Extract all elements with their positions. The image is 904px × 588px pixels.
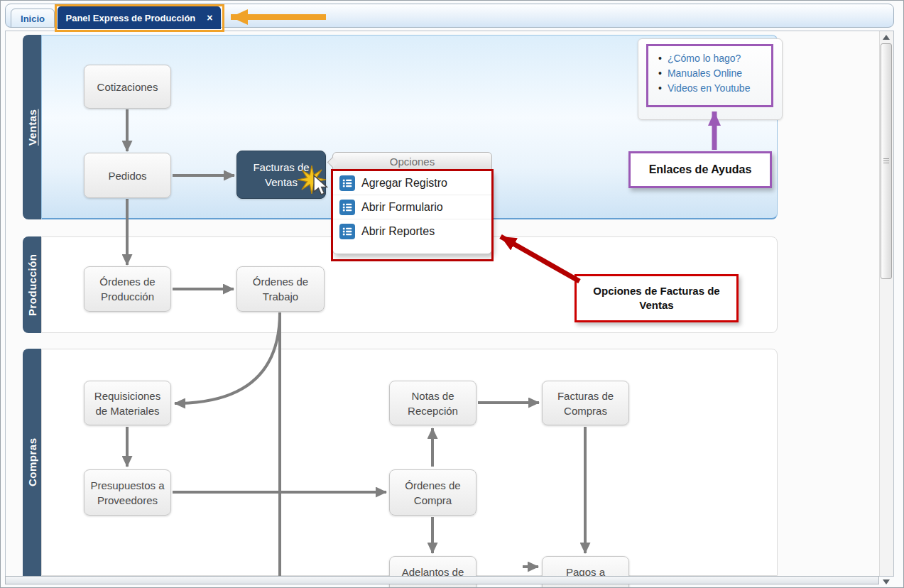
help-link-como-lo-hago: • ¿Cómo lo hago? xyxy=(658,51,782,66)
window-bottom-bar xyxy=(5,576,879,584)
options-popup-menu: Agregar Registro Abrir Formulario Abrir … xyxy=(332,171,492,254)
bullet-icon: • xyxy=(658,66,662,81)
node-facturas-de-compras[interactable]: Facturas de Compras xyxy=(542,381,629,425)
close-tab-icon[interactable]: × xyxy=(207,12,212,23)
help-links-panel: • ¿Cómo lo hago? • Manuales Online • Vid… xyxy=(638,38,783,120)
options-popup-title: Opciones xyxy=(332,152,492,171)
menu-item-abrir-formulario[interactable]: Abrir Formulario xyxy=(333,195,491,219)
section-bar-produccion: Producción xyxy=(23,236,41,333)
help-link-videos-youtube: • Videos en Youtube xyxy=(658,81,782,96)
node-ordenes-de-compra[interactable]: Órdenes de Compra xyxy=(389,469,476,516)
help-link[interactable]: Videos en Youtube xyxy=(668,81,751,96)
scroll-down-button[interactable] xyxy=(881,577,892,587)
tab-panel-express[interactable]: Panel Express de Producción × xyxy=(58,6,221,29)
menu-item-abrir-reportes[interactable]: Abrir Reportes xyxy=(333,219,491,244)
bullet-icon: • xyxy=(658,81,662,96)
section-label-compras[interactable]: Compras xyxy=(23,349,41,576)
node-ordenes-de-produccion[interactable]: Órdenes de Producción xyxy=(84,266,171,312)
tab-label: Panel Express de Producción xyxy=(66,13,196,23)
node-ordenes-de-trabajo[interactable]: Órdenes de Trabajo xyxy=(236,266,325,312)
scroll-up-button[interactable] xyxy=(881,33,892,42)
help-link[interactable]: Manuales Online xyxy=(668,66,742,81)
menu-item-label: Abrir Formulario xyxy=(361,201,443,214)
list-icon xyxy=(339,224,355,239)
bullet-icon: • xyxy=(658,51,662,66)
menu-item-agregar-registro[interactable]: Agregar Registro xyxy=(333,171,491,195)
menu-item-label: Agregar Registro xyxy=(361,177,447,190)
list-icon xyxy=(339,175,355,191)
node-cotizaciones[interactable]: Cotizaciones xyxy=(84,65,171,109)
triangle-up-icon xyxy=(883,35,890,40)
node-pedidos[interactable]: Pedidos xyxy=(84,153,171,198)
section-bar-ventas: Ventas xyxy=(23,35,41,219)
node-notas-de-recepcion[interactable]: Notas de Recepción xyxy=(389,381,476,425)
list-icon xyxy=(339,200,355,215)
node-presupuestos-a-proveedores[interactable]: Presupuestos a Proveedores xyxy=(84,469,171,516)
help-link[interactable]: ¿Cómo lo hago? xyxy=(668,51,741,66)
options-popup: Opciones Agregar Registro Abrir Formular… xyxy=(332,152,492,254)
thumb-grip-icon xyxy=(883,158,889,164)
help-callout-box: Enlaces de Ayudas xyxy=(628,151,772,188)
section-bar-compras: Compras xyxy=(23,349,41,576)
menu-item-label: Abrir Reportes xyxy=(361,225,435,238)
options-callout-box: Opciones de Facturas de Ventas xyxy=(574,274,739,322)
section-label-produccion[interactable]: Producción xyxy=(23,236,41,333)
tab-inicio[interactable]: Inicio xyxy=(11,9,55,28)
triangle-down-icon xyxy=(883,579,890,584)
section-label-ventas[interactable]: Ventas xyxy=(23,35,41,219)
app-window: Inicio Panel Express de Producción × Ven… xyxy=(0,0,904,588)
node-requisiciones-de-materiales[interactable]: Requisiciones de Materiales xyxy=(84,381,171,425)
help-link-manuales-online: • Manuales Online xyxy=(658,66,782,81)
node-facturas-de-ventas[interactable]: Facturas de Ventas xyxy=(236,151,326,199)
scrollbar-thumb[interactable] xyxy=(881,43,892,279)
